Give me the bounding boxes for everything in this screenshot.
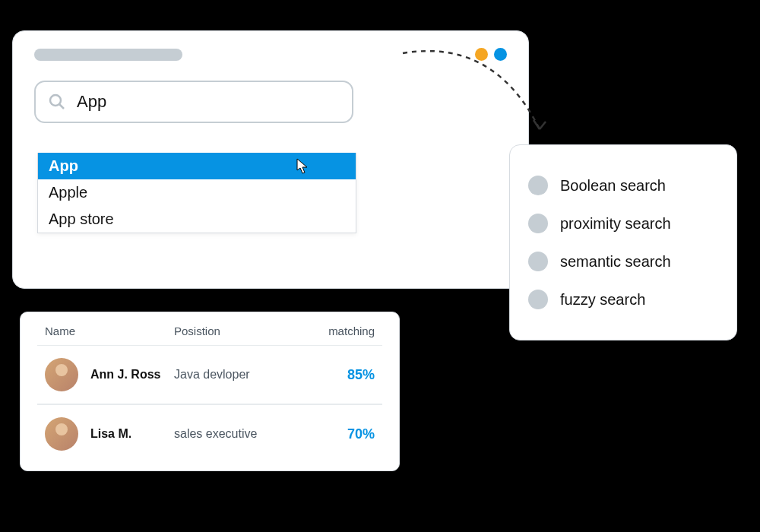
avatar [45,417,78,451]
type-row[interactable]: semantic search [528,242,718,280]
row-matching: 85% [303,367,375,383]
search-icon [48,93,66,111]
title-placeholder [34,49,182,61]
arrow-connector-icon [395,46,578,160]
suggestion-item[interactable]: App [38,153,356,179]
search-input[interactable]: App [34,81,353,123]
row-matching: 70% [303,426,375,442]
type-row[interactable]: Boolean search [528,166,718,204]
suggestion-label: App [49,157,78,174]
avatar [45,358,78,391]
row-name: Lisa M. [90,427,174,441]
type-row[interactable]: fuzzy search [528,280,718,318]
table-row[interactable]: Lisa M. sales executive 70% [37,405,382,463]
type-row[interactable]: proximity search [528,204,718,242]
svg-point-0 [50,95,61,106]
bullet-icon [528,214,548,233]
row-name: Ann J. Ross [90,368,174,382]
svg-line-1 [59,104,64,109]
search-value: App [77,92,106,112]
search-types-card: Boolean search proximity search semantic… [509,144,737,340]
bullet-icon [528,252,548,271]
type-label: proximity search [560,215,671,233]
bullet-icon [528,290,548,309]
bullet-icon [528,176,548,195]
type-label: semantic search [560,253,671,271]
column-name: Name [45,325,174,337]
cursor-icon [296,158,310,175]
results-header: Name Posistion matching [37,325,382,346]
column-position: Posistion [174,325,303,337]
suggestion-label: Apple [49,184,87,201]
suggestion-label: App store [49,211,114,227]
row-position: Java devloper [174,368,303,382]
table-row[interactable]: Ann J. Ross Java devloper 85% [37,346,382,405]
autocomplete-dropdown: App Apple App store [37,153,356,233]
results-card: Name Posistion matching Ann J. Ross Java… [20,312,400,471]
suggestion-item[interactable]: App store [38,206,356,233]
column-matching: matching [303,325,375,337]
type-label: fuzzy search [560,291,645,309]
type-label: Boolean search [560,177,666,195]
row-position: sales executive [174,427,303,441]
suggestion-item[interactable]: Apple [38,179,356,206]
